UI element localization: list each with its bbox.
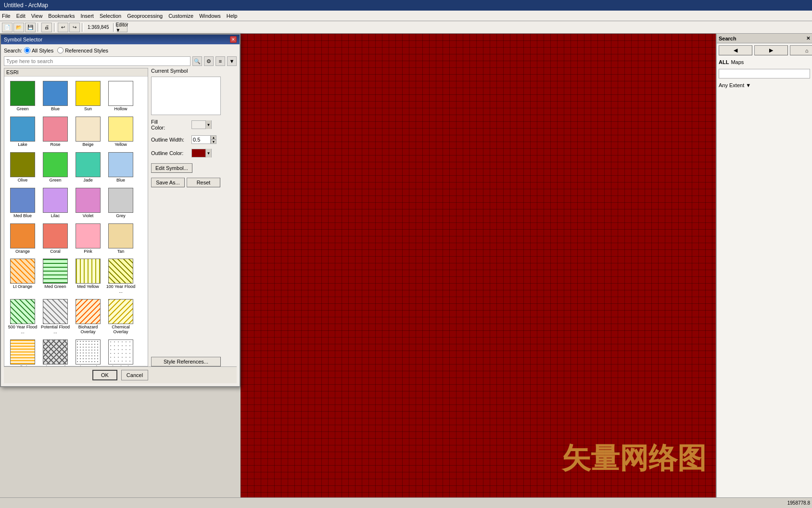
symbol-swatch-lt-orange [10, 259, 35, 284]
toolbar-new[interactable]: 📄 [2, 23, 13, 32]
fill-color-dropdown[interactable]: ▼ [205, 120, 211, 129]
symbol-grey[interactable]: Grey [104, 185, 137, 221]
symbol-lake[interactable]: Lake [6, 114, 39, 150]
toolbar-undo[interactable]: ↩ [58, 23, 68, 32]
symbol-swatch-yellow [108, 117, 133, 142]
symbol-label-rose: Rose [50, 143, 60, 147]
edit-symbol-button[interactable]: Edit Symbol... [151, 163, 192, 173]
symbol-label-lt-orange: Lt Orange [13, 285, 32, 289]
symbol-green2[interactable]: Green [39, 150, 72, 185]
menu-help[interactable]: Help [227, 13, 238, 19]
symbol-hollow[interactable]: Hollow [104, 78, 137, 114]
radio-ref-styles[interactable]: Referenced Styles [57, 47, 108, 53]
menu-file[interactable]: File [2, 13, 11, 19]
symbol-potential-flood[interactable]: Potential Flood ... [39, 297, 72, 337]
symbol-historic-site[interactable]: Historic Site [104, 337, 137, 366]
search-submit-button[interactable]: 🔍 [192, 56, 202, 66]
symbol-rose[interactable]: Rose [39, 114, 72, 150]
symbol-beige[interactable]: Beige [72, 114, 104, 150]
menu-selection[interactable]: Selection [100, 13, 121, 19]
view-toggle-button[interactable]: ≡ [216, 56, 225, 66]
symbol-pink[interactable]: Pink [72, 221, 104, 257]
symbol-swatch-sun [76, 81, 101, 106]
menu-bookmarks[interactable]: Bookmarks [48, 13, 75, 19]
search-tabs: ALL Maps [717, 57, 812, 67]
search-tab-maps[interactable]: Maps [731, 59, 744, 65]
symbol-swatch-lake [10, 117, 35, 142]
symbol-green[interactable]: Green [6, 78, 39, 114]
menu-view[interactable]: View [31, 13, 43, 19]
menu-edit[interactable]: Edit [16, 13, 25, 19]
toolbar-editor[interactable]: Editor ▼ [117, 23, 127, 32]
symbol-med-blue[interactable]: Med Blue [6, 185, 39, 221]
toolbar-sep1 [38, 23, 39, 32]
outline-width-input[interactable] [191, 135, 211, 144]
symbol-tan[interactable]: Tan [104, 221, 137, 257]
symbol-biohazard-overlay[interactable]: Biohazard Overlay [72, 297, 104, 337]
search-panel-close[interactable]: ✕ [806, 36, 810, 41]
symbol-olive[interactable]: Olive [6, 150, 39, 185]
toolbar-save[interactable]: 💾 [25, 23, 36, 32]
dialog-close-button[interactable]: ✕ [230, 36, 237, 43]
outline-width-spinner[interactable]: ▲ ▼ [191, 135, 216, 144]
symbol-chemical-overlay[interactable]: Chemical Overlay [104, 297, 137, 337]
symbol-label-violet: Violet [83, 214, 93, 219]
any-extent-selector[interactable]: Any Extent ▼ [717, 80, 812, 90]
symbol-violet[interactable]: Violet [72, 185, 104, 221]
toolbar-print[interactable]: 🖨 [41, 23, 52, 32]
symbol-blue2[interactable]: Blue [104, 150, 137, 185]
symbol-label-med-green: Med Green [44, 285, 66, 289]
symbol-swatch-violet [76, 188, 101, 213]
symbol-swatch-100-year-flood [108, 259, 133, 284]
menu-windows[interactable]: Windows [199, 13, 221, 19]
symbol-blue[interactable]: Blue [39, 78, 72, 114]
symbol-noise-overlay[interactable]: Noise Overlay [72, 337, 104, 366]
symbol-med-green[interactable]: Med Green [39, 256, 72, 297]
radio-all-styles[interactable]: All Styles [24, 47, 53, 53]
search-options-button[interactable]: ⚙ [204, 56, 214, 66]
toolbar-open[interactable]: 📂 [13, 23, 24, 32]
symbol-orange[interactable]: Orange [6, 221, 39, 257]
symbol-coral[interactable]: Coral [39, 221, 72, 257]
symbol-med-yellow[interactable]: Med Yellow [72, 256, 104, 297]
ok-button[interactable]: OK [92, 370, 117, 380]
symbol-jade[interactable]: Jade [72, 150, 104, 185]
cancel-button[interactable]: Cancel [121, 370, 148, 380]
spin-down-button[interactable]: ▼ [211, 140, 216, 144]
reset-button[interactable]: Reset [187, 178, 220, 187]
symbol-swatch-hollow [108, 81, 133, 106]
menu-customize[interactable]: Customize [168, 13, 193, 19]
search-input[interactable] [4, 56, 190, 66]
search-field[interactable] [719, 69, 810, 78]
symbol-lilac[interactable]: Lilac [39, 185, 72, 221]
search-home-button[interactable]: ⌂ [790, 45, 812, 55]
symbol-500-year-flood[interactable]: 500 Year Flood ... [6, 297, 39, 337]
save-as-button[interactable]: Save As... [151, 178, 185, 187]
symbol-label-chemical-overlay: Chemical Overlay [106, 325, 136, 335]
toolbar-redo[interactable]: ↪ [69, 23, 80, 32]
symbol-radiation-overlay[interactable]: Radiation Overlay [6, 337, 39, 366]
symbol-list-panel[interactable]: ESRI Green Blue [4, 68, 148, 366]
outline-color-dropdown[interactable]: ▼ [205, 149, 211, 157]
spin-buttons: ▲ ▼ [211, 135, 216, 144]
search-label: Search: [4, 48, 22, 53]
menu-geoprocessing[interactable]: Geoprocessing [127, 13, 163, 19]
outline-width-row: Outline Width: ▲ ▼ [151, 135, 228, 144]
symbol-label-500-year-flood: 500 Year Flood ... [8, 325, 38, 335]
filter-button[interactable]: ▼ [227, 56, 237, 66]
symbol-poison-overlay[interactable]: Poison Overlay [39, 337, 72, 366]
symbol-lt-orange[interactable]: Lt Orange [6, 256, 39, 297]
fill-color-picker[interactable]: ▼ [191, 120, 212, 129]
search-tab-all[interactable]: ALL [719, 59, 729, 65]
outline-color-picker[interactable]: ▼ [191, 149, 212, 157]
symbol-sun[interactable]: Sun [72, 78, 104, 114]
style-references-button[interactable]: Style References... [151, 357, 221, 366]
search-back-button[interactable]: ◀ [719, 45, 752, 55]
search-forward-button[interactable]: ▶ [754, 45, 788, 55]
radio-group: All Styles Referenced Styles [24, 47, 108, 53]
map-area[interactable]: 矢量网络图 [241, 34, 716, 497]
spin-up-button[interactable]: ▲ [211, 135, 216, 140]
menu-insert[interactable]: Insert [80, 13, 94, 19]
symbol-yellow[interactable]: Yellow [104, 114, 137, 150]
symbol-100-year-flood[interactable]: 100 Year Flood ... [104, 256, 137, 297]
